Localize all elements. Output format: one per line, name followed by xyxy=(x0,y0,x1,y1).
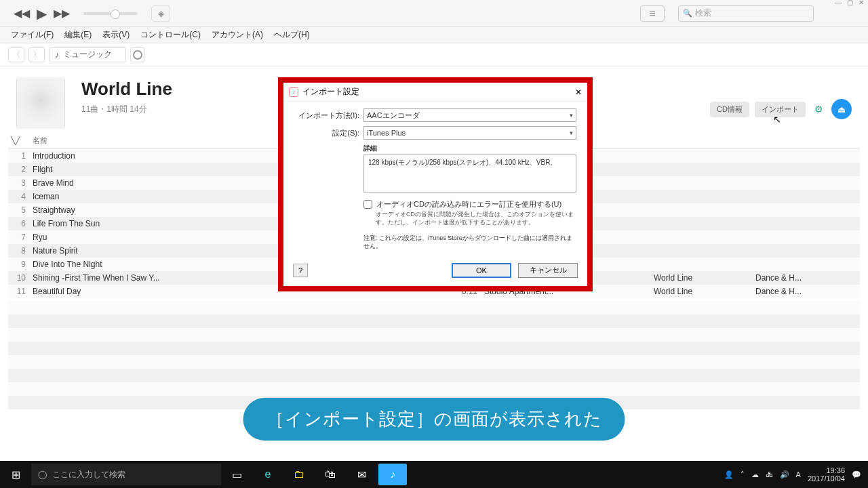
network-icon[interactable]: 🖧 xyxy=(766,470,773,479)
search-input[interactable]: 🔍 検索 xyxy=(678,5,814,22)
itunes-taskbar-icon[interactable]: ♪ xyxy=(378,464,407,485)
music-note-icon: ♪ xyxy=(55,50,59,60)
import-settings-dialog: ♪ インポート設定 ✕ インポート方法(I): AACエンコーダ ▾ 設定(S)… xyxy=(278,77,593,291)
gear-icon[interactable]: ⚙ xyxy=(811,102,826,117)
cd-info-button[interactable]: CD情報 xyxy=(710,102,749,117)
nav-back-button[interactable]: 〈 xyxy=(8,47,24,62)
close-icon[interactable]: ✕ xyxy=(859,0,864,6)
library-label: ミュージック xyxy=(63,49,112,60)
taskbar-clock[interactable]: 19:36 2017/10/04 xyxy=(808,466,845,483)
toolbar: 〈 〉 ♪ ミュージック xyxy=(0,43,868,66)
library-selector[interactable]: ♪ ミュージック xyxy=(49,47,126,62)
itunes-icon: ♪ xyxy=(289,87,298,97)
menu-bar: ファイル(F) 編集(E) 表示(V) コントロール(C) アカウント(A) ヘ… xyxy=(0,27,868,43)
setting-label: 設定(S): xyxy=(294,128,359,138)
player-bar: ◀◀ ▶ ▶▶ ◈ ≡ 🔍 検索 — ▢ ✕ xyxy=(0,0,868,27)
search-icon: 🔍 xyxy=(683,9,692,18)
ime-indicator[interactable]: A xyxy=(796,470,801,479)
import-method-select[interactable]: AACエンコーダ ▾ xyxy=(363,108,576,122)
volume-slider[interactable] xyxy=(83,12,138,15)
dialog-title: インポート設定 xyxy=(302,86,359,98)
menu-account[interactable]: アカウント(A) xyxy=(208,28,267,42)
menu-edit[interactable]: 編集(E) xyxy=(60,28,96,42)
menu-view[interactable]: 表示(V) xyxy=(98,28,134,42)
setting-select[interactable]: iTunes Plus ▾ xyxy=(363,126,576,140)
setting-value: iTunes Plus xyxy=(367,129,406,137)
dialog-close-icon[interactable]: ✕ xyxy=(575,87,582,97)
explorer-icon[interactable]: 🗀 xyxy=(283,461,315,488)
edge-icon[interactable]: e xyxy=(252,461,283,488)
eject-button[interactable]: ⏏ xyxy=(831,99,852,119)
task-view-icon[interactable]: ▭ xyxy=(221,461,252,488)
chevron-down-icon: ▾ xyxy=(570,129,573,136)
error-correction-sub: オーディオCDの音質に問題が発生した場合は、このオプションを使います。ただし、イ… xyxy=(376,211,576,226)
people-icon[interactable]: 👤 xyxy=(724,470,734,479)
taskbar-search[interactable]: ◯ ここに入力して検索 xyxy=(31,464,221,485)
clock-date: 2017/10/04 xyxy=(808,474,845,483)
ok-button[interactable]: OK xyxy=(452,263,511,278)
tutorial-caption: ［インポート設定］の画面が表示された xyxy=(243,398,625,441)
error-correction-label: オーディオCDの読み込み時にエラー訂正を使用する(U) xyxy=(376,199,561,209)
menu-control[interactable]: コントロール(C) xyxy=(136,28,205,42)
start-icon[interactable]: ⊞ xyxy=(0,461,31,488)
empty-rows xyxy=(8,301,860,409)
airplay-icon[interactable]: ◈ xyxy=(151,5,170,22)
import-method-label: インポート方法(I): xyxy=(294,110,359,121)
nav-forward-button[interactable]: 〉 xyxy=(28,47,45,62)
search-placeholder: 検索 xyxy=(695,7,711,19)
tray-up-icon[interactable]: ˄ xyxy=(741,470,745,479)
error-correction-checkbox[interactable] xyxy=(363,200,372,209)
volume-icon[interactable]: 🔊 xyxy=(780,470,789,479)
maximize-icon[interactable]: ▢ xyxy=(847,0,853,6)
menu-file[interactable]: ファイル(F) xyxy=(7,28,58,42)
next-icon[interactable]: ▶▶ xyxy=(54,7,70,20)
onedrive-icon[interactable]: ☁ xyxy=(751,470,759,479)
dialog-note: 注意: これらの設定は、iTunes Storeからダウンロードした曲には適用さ… xyxy=(363,235,576,250)
menu-help[interactable]: ヘルプ(H) xyxy=(270,28,314,42)
notifications-icon[interactable]: 💬 xyxy=(852,470,861,479)
prev-icon[interactable]: ◀◀ xyxy=(14,7,30,20)
import-method-value: AACエンコーダ xyxy=(367,110,420,121)
album-art xyxy=(16,79,65,127)
chevron-down-icon: ▾ xyxy=(570,112,573,119)
cortana-icon: ◯ xyxy=(38,470,47,479)
import-button[interactable]: インポート xyxy=(755,102,806,117)
details-box: 128 kbps(モノラル)/256 kbps(ステレオ)、44.100 kHz… xyxy=(363,155,576,192)
help-button[interactable]: ? xyxy=(293,264,308,277)
details-label: 詳細 xyxy=(363,144,576,153)
album-title: World Line xyxy=(81,79,172,100)
clock-time: 19:36 xyxy=(808,466,845,474)
taskbar-search-placeholder: ここに入力して検索 xyxy=(52,469,125,481)
column-sort-indicator[interactable]: ╲╱ xyxy=(11,136,33,146)
play-icon[interactable]: ▶ xyxy=(37,5,47,22)
store-icon[interactable]: 🛍 xyxy=(315,461,346,488)
cancel-button[interactable]: キャンセル xyxy=(518,263,578,278)
mail-icon[interactable]: ✉ xyxy=(346,461,377,488)
cd-icon[interactable] xyxy=(130,47,145,62)
taskbar: ⊞ ◯ ここに入力して検索 ▭ e 🗀 🛍 ✉ ♪ 👤 ˄ ☁ 🖧 🔊 A 19… xyxy=(0,461,868,488)
album-meta: 11曲・1時間 14分 xyxy=(81,104,172,115)
list-view-icon[interactable]: ≡ xyxy=(640,5,665,22)
minimize-icon[interactable]: — xyxy=(835,0,842,6)
